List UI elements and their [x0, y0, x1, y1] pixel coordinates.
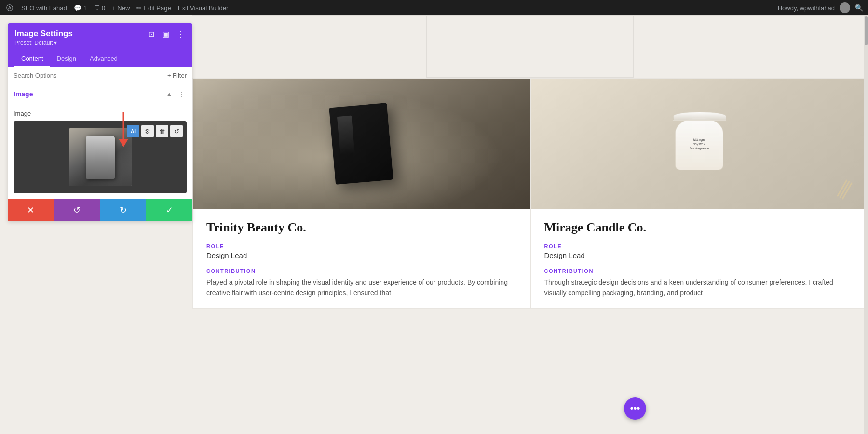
trinity-card: Trinity Beauty Co. ROLE Design Lead CONT…	[192, 78, 530, 309]
top-area	[192, 15, 868, 78]
comment-bubble-icon: 🗨	[94, 4, 100, 12]
image-field-label: Image	[14, 110, 187, 117]
panel-body: Image AI ⚙ 🗑 ↺	[8, 104, 192, 199]
main-content: Image Settings Preset: Default ▾ ⊡ ▣ ⋮ C…	[0, 15, 868, 434]
filter-button[interactable]: + Filter	[167, 72, 187, 79]
trinity-card-body: Trinity Beauty Co. ROLE Design Lead CONT…	[193, 209, 530, 308]
mirage-jar-label: Miragesoy waxfine fragrance	[689, 137, 709, 150]
page-content: Trinity Beauty Co. ROLE Design Lead CONT…	[192, 15, 868, 434]
mirage-sticks	[837, 179, 853, 200]
comment-bubble[interactable]: 🗨 0	[94, 4, 105, 12]
window-minimize-icon[interactable]: ⊡	[146, 29, 157, 40]
search-options-input[interactable]	[14, 72, 163, 79]
trinity-card-image	[193, 79, 530, 209]
new-link[interactable]: + New	[112, 4, 130, 12]
save-button[interactable]: ✓	[146, 199, 192, 221]
panel-preset[interactable]: Preset: Default ▾	[14, 40, 73, 46]
image-preview	[69, 128, 132, 186]
image-action-bar: AI ⚙ 🗑 ↺	[127, 125, 183, 137]
top-center-area	[426, 16, 634, 78]
edit-icon: ✏	[136, 4, 142, 12]
panel-title: Image Settings	[14, 29, 73, 39]
trinity-contribution-label: CONTRIBUTION	[206, 268, 516, 274]
tab-advanced[interactable]: Advanced	[83, 51, 124, 67]
trinity-box-shape	[329, 103, 393, 185]
image-delete-button[interactable]: 🗑	[156, 125, 168, 137]
mirage-role-value: Design Lead	[544, 251, 854, 259]
panel-header-left: Image Settings Preset: Default ▾	[14, 29, 73, 46]
mirage-role-label: ROLE	[544, 244, 854, 249]
mirage-product-image: Miragesoy waxfine fragrance	[531, 79, 868, 209]
mirage-card-image: Miragesoy waxfine fragrance	[531, 79, 868, 209]
window-maximize-icon[interactable]: ▣	[161, 29, 171, 40]
mirage-card: Miragesoy waxfine fragrance Mirage Candl…	[530, 78, 868, 309]
mirage-contribution-text: Through strategic design decisions and a…	[544, 277, 854, 298]
product-bottle-shape	[86, 136, 115, 179]
site-name[interactable]: SEO with Fahad	[21, 4, 67, 12]
portfolio-cards-row: Trinity Beauty Co. ROLE Design Lead CONT…	[192, 78, 868, 309]
panel-menu-icon[interactable]: ⋮	[175, 29, 186, 40]
mirage-jar-shape: Miragesoy waxfine fragrance	[675, 117, 723, 170]
floating-action-button[interactable]: •••	[624, 397, 646, 420]
trinity-product-image	[193, 79, 530, 209]
panel-header: Image Settings Preset: Default ▾ ⊡ ▣ ⋮	[8, 23, 192, 51]
howdy-text: Howdy, wpwithfahad	[778, 4, 835, 12]
trinity-role-label: ROLE	[206, 244, 516, 249]
search-icon[interactable]: 🔍	[855, 4, 863, 12]
trinity-role-value: Design Lead	[206, 251, 516, 259]
wordpress-logo[interactable]	[5, 3, 14, 13]
undo-button[interactable]: ↺	[54, 199, 100, 221]
top-left-area	[192, 16, 426, 78]
image-upload-area[interactable]: AI ⚙ 🗑 ↺	[14, 121, 187, 193]
page-scrollbar[interactable]	[864, 15, 868, 434]
admin-bar-right: Howdy, wpwithfahad 🔍	[778, 2, 863, 13]
admin-bar: SEO with Fahad 💬 1 🗨 0 + New ✏ Edit Page…	[0, 0, 868, 15]
edit-page-link[interactable]: ✏ Edit Page	[136, 4, 171, 12]
panel-header-icons: ⊡ ▣ ⋮	[146, 29, 186, 40]
scrollbar-thumb[interactable]	[865, 16, 868, 45]
collapse-icon[interactable]: ▲	[164, 89, 174, 99]
ai-image-button[interactable]: AI	[127, 125, 139, 137]
redo-button[interactable]: ↻	[100, 199, 147, 221]
mirage-contribution-label: CONTRIBUTION	[544, 268, 854, 274]
panel-tabs: Content Design Advanced	[8, 51, 192, 67]
mirage-card-body: Mirage Candle Co. ROLE Design Lead CONTR…	[531, 209, 868, 308]
image-section-title: Image	[14, 90, 33, 98]
exit-builder-link[interactable]: Exit Visual Builder	[178, 4, 229, 12]
comment-icon: 💬	[74, 4, 81, 12]
trinity-company-name: Trinity Beauty Co.	[206, 220, 516, 235]
comments-link[interactable]: 💬 1	[74, 4, 87, 12]
search-row: + Filter	[8, 67, 192, 84]
trinity-contribution-text: Played a pivotal role in shaping the vis…	[206, 277, 516, 298]
section-icons: ▲ ⋮	[164, 89, 187, 99]
section-menu-icon[interactable]: ⋮	[177, 89, 187, 99]
user-avatar[interactable]	[840, 2, 850, 13]
fab-icon: •••	[630, 403, 640, 414]
image-settings-panel: Image Settings Preset: Default ▾ ⊡ ▣ ⋮ C…	[8, 23, 192, 221]
mirage-jar-lid	[673, 112, 726, 121]
image-settings-button[interactable]: ⚙	[141, 125, 154, 137]
tab-content[interactable]: Content	[14, 51, 50, 67]
tab-design[interactable]: Design	[50, 51, 83, 67]
cancel-button[interactable]: ✕	[8, 199, 54, 221]
image-section-header: Image ▲ ⋮	[8, 84, 192, 104]
top-right-area	[634, 16, 868, 78]
image-reset-button[interactable]: ↺	[170, 125, 183, 137]
panel-action-bar: ✕ ↺ ↻ ✓	[8, 199, 192, 221]
mirage-company-name: Mirage Candle Co.	[544, 220, 854, 235]
